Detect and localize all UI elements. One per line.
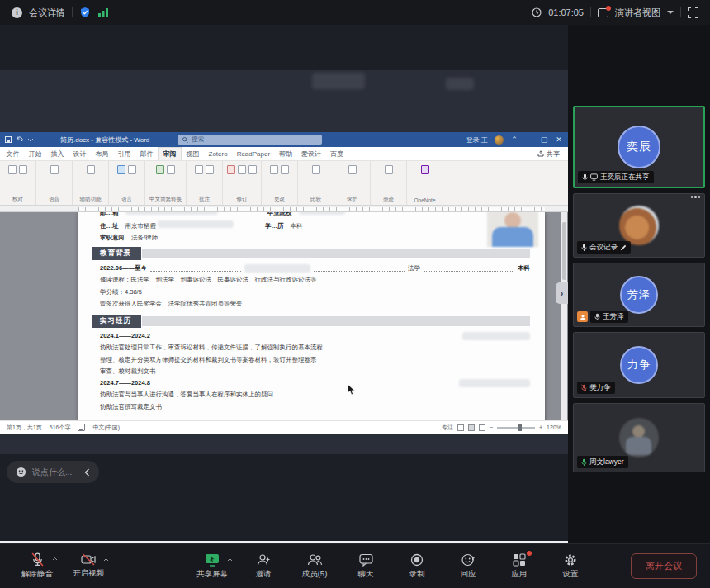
save-icon[interactable] — [5, 136, 12, 143]
document-scrollbar[interactable] — [561, 212, 567, 420]
leave-meeting-button[interactable]: 离开会议 — [631, 553, 697, 579]
fullscreen-icon[interactable] — [688, 7, 698, 18]
language-indicator[interactable]: 中文(中国) — [92, 424, 120, 432]
tab-zotero[interactable]: Zotero — [204, 147, 232, 160]
tab-review[interactable]: 审阅 — [158, 147, 182, 160]
mic-icon — [594, 313, 600, 321]
chevron-up-icon[interactable] — [52, 557, 58, 561]
chevron-down-icon[interactable] — [667, 11, 674, 14]
share-screen-button[interactable]: 共享屏幕 — [188, 553, 236, 580]
focus-mode-button[interactable]: 专注 — [442, 424, 453, 432]
security-shield-icon[interactable] — [79, 7, 91, 18]
zoom-out-button[interactable]: − — [490, 424, 493, 430]
close-button[interactable]: ✕ — [555, 135, 563, 144]
ribbon-group-changes[interactable]: 更改 — [262, 161, 298, 205]
start-video-button[interactable]: 开启视频 — [64, 553, 112, 579]
customize-qat-icon[interactable] — [27, 136, 34, 143]
tab-aidesign[interactable]: 爱设计 — [297, 147, 326, 160]
web-layout-button[interactable] — [479, 424, 485, 431]
emoji-icon[interactable] — [16, 467, 26, 477]
section-heading-internship: 实习经历 — [92, 315, 530, 328]
participant-tile[interactable]: 芳泽 王芳泽 — [573, 263, 705, 327]
document-canvas[interactable]: 邮…箱 毕业院校 住…址 南京市栖霞 学…历 本科 求职意向 法务 — [0, 212, 568, 420]
participant-tile[interactable]: 力争 樊力争 — [573, 332, 705, 398]
redacted-employer — [459, 379, 530, 387]
ribbon-group-onenote[interactable]: OneNote — [407, 161, 443, 205]
ribbon-group-language[interactable]: 语言 — [109, 161, 145, 205]
host-badge-icon — [577, 311, 588, 322]
zoom-in-button[interactable]: + — [539, 424, 542, 430]
tab-file[interactable]: 文件 — [2, 147, 24, 160]
resume-line: 协助法官与当事人进行沟通，答复当事人在程序和实体上的疑问 — [100, 389, 530, 401]
field-label: 学…历 — [265, 222, 284, 230]
tab-mailings[interactable]: 邮件 — [135, 147, 158, 160]
field-value: 本科 — [291, 222, 303, 230]
minimize-button[interactable]: – — [525, 135, 533, 144]
chat-input-bar[interactable]: 说点什么... — [7, 461, 99, 483]
network-signal-icon[interactable] — [97, 7, 109, 17]
members-icon — [307, 553, 323, 567]
ribbon-group-speech[interactable]: 语音 — [36, 161, 73, 205]
participant-tile[interactable]: 会议记录 — [573, 193, 705, 258]
chat-button[interactable]: 聊天 — [342, 553, 390, 580]
invite-icon — [257, 553, 271, 567]
restore-button[interactable]: ▢ — [540, 135, 548, 144]
read-mode-button[interactable] — [457, 424, 464, 431]
chevron-up-icon[interactable] — [103, 557, 109, 562]
tab-view[interactable]: 视图 — [182, 147, 204, 160]
clock-icon — [532, 7, 542, 17]
participant-tile-sharing[interactable]: 奕辰 王奕辰正在共享 — [573, 106, 705, 188]
tab-references[interactable]: 引用 — [113, 147, 135, 160]
tab-home[interactable]: 开始 — [24, 147, 46, 160]
proofing-status-icon[interactable] — [78, 424, 85, 431]
tab-layout[interactable]: 布局 — [91, 147, 113, 160]
record-icon — [410, 553, 424, 567]
internship-entry: 2024.1——2024.2 — [100, 330, 530, 342]
word-search-box[interactable]: 搜索 — [178, 135, 322, 145]
horizontal-ruler[interactable] — [0, 206, 568, 212]
resume-line: 整理、核定并分类双方律师提交的材料和裁判文书等案卷材料，装订并整理卷宗 — [100, 354, 530, 366]
page-indicator[interactable]: 第1页，共1页 — [7, 424, 42, 432]
ribbon-group-chinese-conversion[interactable]: 中文简繁转换 — [145, 161, 187, 205]
apps-button[interactable]: 应用 — [495, 553, 543, 580]
quick-access-toolbar[interactable] — [5, 136, 34, 143]
settings-button[interactable]: 设置 — [547, 553, 594, 580]
print-layout-button[interactable] — [468, 424, 475, 431]
participant-tile[interactable]: 周文lawyer — [573, 403, 705, 472]
sidebar-collapse-handle[interactable]: › — [556, 282, 568, 304]
undo-icon[interactable] — [16, 136, 23, 143]
unmute-button[interactable]: 解除静音 — [13, 552, 61, 580]
word-title-bar: 简历.docx - 兼容性模式 - Word 搜索 登录 王 ⌃ – ▢ ✕ — [0, 132, 568, 147]
meeting-details-button[interactable]: 会议详情 — [29, 7, 65, 19]
tab-design[interactable]: 设计 — [69, 147, 91, 160]
meeting-timer: 01:07:05 — [548, 7, 584, 17]
ribbon-group-proofing[interactable]: 校对 — [0, 161, 36, 205]
ribbon-group-accessibility[interactable]: 辅助功能 — [73, 161, 109, 205]
more-options-icon[interactable] — [691, 196, 701, 198]
user-avatar[interactable] — [495, 135, 504, 145]
ribbon-group-comments[interactable]: 批注 — [187, 161, 223, 205]
word-count[interactable]: 516个字 — [50, 424, 71, 432]
edit-pencil-icon[interactable] — [620, 244, 627, 251]
tab-baidu[interactable]: 百度 — [326, 147, 348, 160]
zoom-slider[interactable] — [497, 427, 535, 429]
members-button[interactable]: 成员(5) — [291, 553, 338, 580]
zoom-percentage[interactable]: 120% — [547, 424, 561, 430]
ribbon-group-ink[interactable]: 墨迹 — [371, 161, 407, 205]
ribbon-group-compare[interactable]: 比较 — [298, 161, 334, 205]
invite-button[interactable]: 邀请 — [239, 553, 287, 580]
signin-label[interactable]: 登录 王 — [466, 135, 488, 145]
field-label: 毕业院校 — [267, 212, 292, 217]
ribbon-group-protect[interactable]: 保护 — [334, 161, 371, 205]
ribbon-group-tracking[interactable]: 修订 — [223, 161, 262, 205]
tab-insert[interactable]: 插入 — [46, 147, 69, 160]
tab-help[interactable]: 帮助 — [275, 147, 297, 160]
reactions-button[interactable]: 回应 — [444, 553, 492, 580]
record-button[interactable]: 录制 — [393, 553, 441, 580]
chevron-up-icon[interactable] — [227, 557, 233, 562]
ribbon-options-button[interactable]: ⌃ — [510, 135, 518, 144]
view-mode-selector[interactable]: 演讲者视图 — [615, 7, 660, 19]
tab-readpaper[interactable]: ReadPaper — [232, 147, 274, 160]
collapse-chat-icon[interactable] — [84, 468, 90, 477]
word-share-button[interactable]: 共享 — [531, 147, 566, 160]
